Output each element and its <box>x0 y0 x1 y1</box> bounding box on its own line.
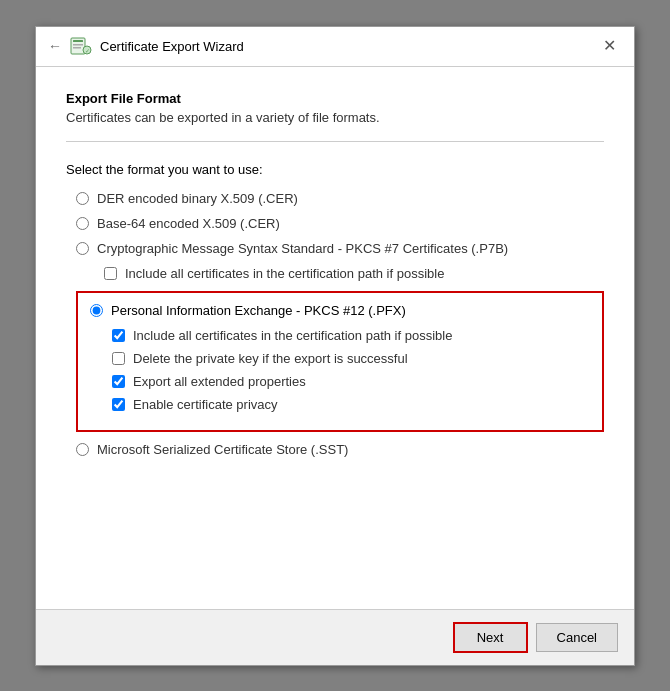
svg-text:✓: ✓ <box>85 48 90 54</box>
checkbox-pfx-privacy[interactable] <box>112 398 125 411</box>
checkbox-pfx-extended-props[interactable] <box>112 375 125 388</box>
label-pkcs7: Cryptographic Message Syntax Standard - … <box>97 241 508 256</box>
dialog-title: Certificate Export Wizard <box>100 39 244 54</box>
wizard-icon: ✓ <box>70 35 92 57</box>
close-button[interactable]: ✕ <box>597 36 622 56</box>
pfx-main-option: Personal Information Exchange - PKCS #12… <box>90 303 590 318</box>
format-prompt: Select the format you want to use: <box>66 162 604 177</box>
title-bar: ← ✓ Certificate Export Wizard ✕ <box>36 27 634 67</box>
checkbox-pkcs7-include[interactable] <box>104 267 117 280</box>
footer: Next Cancel <box>36 609 634 665</box>
svg-rect-1 <box>73 40 83 42</box>
radio-base64[interactable] <box>76 217 89 230</box>
label-pfx-privacy: Enable certificate privacy <box>133 397 278 412</box>
cancel-button[interactable]: Cancel <box>536 623 618 652</box>
section-desc: Certificates can be exported in a variet… <box>66 110 604 125</box>
next-button[interactable]: Next <box>453 622 528 653</box>
divider <box>66 141 604 142</box>
checkbox-pfx-delete-key[interactable] <box>112 352 125 365</box>
pfx-sub3: Export all extended properties <box>90 374 590 389</box>
certificate-export-dialog: ← ✓ Certificate Export Wizard ✕ Export F… <box>35 26 635 666</box>
radio-sst[interactable] <box>76 443 89 456</box>
pfx-sub2: Delete the private key if the export is … <box>90 351 590 366</box>
radio-der[interactable] <box>76 192 89 205</box>
option-sst: Microsoft Serialized Certificate Store (… <box>66 442 604 457</box>
radio-pfx[interactable] <box>90 304 103 317</box>
option-pkcs7: Cryptographic Message Syntax Standard - … <box>66 241 604 256</box>
section-title: Export File Format <box>66 91 604 106</box>
pfx-box: Personal Information Exchange - PKCS #12… <box>76 291 604 432</box>
label-pfx-extended-props: Export all extended properties <box>133 374 306 389</box>
pfx-sub4: Enable certificate privacy <box>90 397 590 412</box>
svg-rect-2 <box>73 44 83 46</box>
content-area: Export File Format Certificates can be e… <box>36 67 634 609</box>
svg-rect-3 <box>73 47 81 49</box>
option-der: DER encoded binary X.509 (.CER) <box>66 191 604 206</box>
label-sst: Microsoft Serialized Certificate Store (… <box>97 442 348 457</box>
label-pfx-include-certs: Include all certificates in the certific… <box>133 328 452 343</box>
label-pfx-delete-key: Delete the private key if the export is … <box>133 351 408 366</box>
option-pkcs7-include: Include all certificates in the certific… <box>66 266 604 281</box>
pfx-sub1: Include all certificates in the certific… <box>90 328 590 343</box>
label-pkcs7-include: Include all certificates in the certific… <box>125 266 444 281</box>
label-base64: Base-64 encoded X.509 (.CER) <box>97 216 280 231</box>
radio-pkcs7[interactable] <box>76 242 89 255</box>
checkbox-pfx-include-certs[interactable] <box>112 329 125 342</box>
label-pfx: Personal Information Exchange - PKCS #12… <box>111 303 406 318</box>
back-button[interactable]: ← <box>48 38 62 54</box>
label-der: DER encoded binary X.509 (.CER) <box>97 191 298 206</box>
option-base64: Base-64 encoded X.509 (.CER) <box>66 216 604 231</box>
